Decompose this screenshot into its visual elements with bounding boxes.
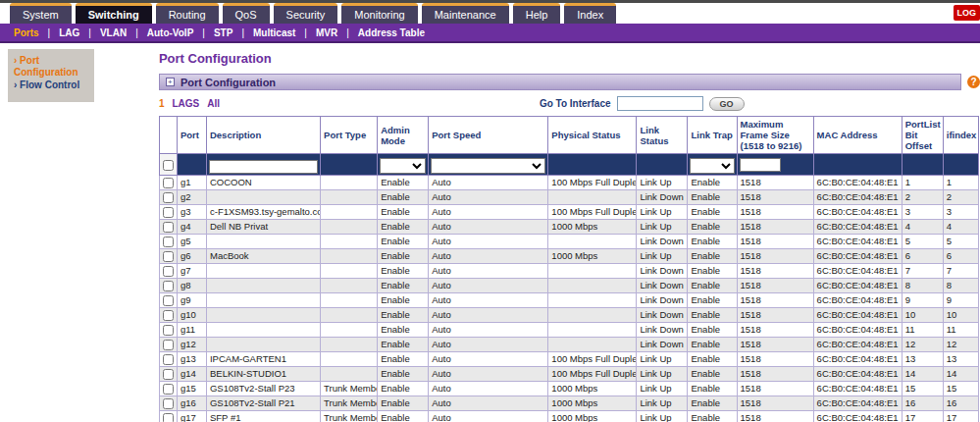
subnav-item-stp[interactable]: STP <box>214 27 232 38</box>
tab-help[interactable]: Help <box>513 3 561 24</box>
row-checkbox[interactable] <box>163 266 174 277</box>
row-checkbox[interactable] <box>163 251 174 262</box>
goto-interface-input[interactable] <box>617 96 703 111</box>
subnav-item-auto-voip[interactable]: Auto-VoIP <box>147 27 194 38</box>
cell-max-frame: 1518 <box>737 337 813 351</box>
subnav-item-vlan[interactable]: VLAN <box>100 27 127 38</box>
cell-port-speed: Auto <box>429 292 548 307</box>
row-checkbox[interactable] <box>163 413 174 422</box>
cell-ifindex: 8 <box>943 278 978 292</box>
sidebar-item-flow-control[interactable]: Flow Control <box>14 79 90 91</box>
cell-description: SFP #1 <box>206 410 320 422</box>
cell-admin-mode: Enable <box>378 351 429 366</box>
cell-port-type <box>321 307 378 322</box>
cell-port-speed: Auto <box>429 337 548 351</box>
cell-description: BELKIN-STUDIO1 <box>206 366 320 381</box>
sidebar-item-port-configuration[interactable]: Port Configuration <box>14 55 90 79</box>
cell-port-type <box>321 189 378 204</box>
subnav-item-ports[interactable]: Ports <box>14 27 39 38</box>
cell-portlist-bit: 16 <box>902 396 943 410</box>
cell-port-type <box>321 278 378 292</box>
cell-port-type <box>321 263 378 278</box>
row-checkbox[interactable] <box>163 310 174 321</box>
cell-max-frame: 1518 <box>737 307 813 322</box>
cell-ifindex: 6 <box>943 248 978 263</box>
cell-port-speed: Auto <box>429 278 548 292</box>
tab-maintenance[interactable]: Maintenance <box>422 3 509 24</box>
row-checkbox[interactable] <box>163 192 174 203</box>
tab-security[interactable]: Security <box>274 3 338 24</box>
cell-mac: 6C:B0:CE:04:48:E1 <box>813 396 902 410</box>
row-checkbox[interactable] <box>163 207 174 218</box>
cell-ifindex: 16 <box>943 396 978 410</box>
cell-port-speed: Auto <box>429 396 548 410</box>
port-speed-select[interactable] <box>431 158 545 174</box>
row-checkbox[interactable] <box>163 295 174 306</box>
row-checkbox[interactable] <box>163 325 174 336</box>
filter-cell-link-status <box>637 154 688 176</box>
cell-portlist-bit: 17 <box>902 410 943 422</box>
row-checkbox[interactable] <box>163 384 174 395</box>
subnav-item-lag[interactable]: LAG <box>59 27 79 38</box>
subnav-item-address-table[interactable]: Address Table <box>358 27 425 38</box>
row-checkbox[interactable] <box>163 354 174 365</box>
row-select-cell <box>159 351 177 366</box>
cell-port: g2 <box>177 189 206 204</box>
cell-port-speed: Auto <box>429 307 548 322</box>
select-all-checkbox[interactable] <box>163 160 174 171</box>
tab-system[interactable]: System <box>10 3 72 24</box>
port-table: PortDescriptionPort TypeAdmin ModePort S… <box>159 116 979 422</box>
tab-switching[interactable]: Switching <box>76 3 152 24</box>
link-trap-select[interactable] <box>690 158 734 174</box>
help-icon[interactable]: ? <box>967 76 980 88</box>
cell-port-type <box>321 366 378 381</box>
row-select-cell <box>159 307 177 322</box>
row-checkbox[interactable] <box>163 281 174 291</box>
tab-index[interactable]: Index <box>564 3 616 24</box>
cell-max-frame: 1518 <box>737 322 813 337</box>
cell-physical-status: 1000 Mbps <box>548 381 637 396</box>
subnav-separator: | <box>346 27 349 38</box>
cell-port: g10 <box>177 307 206 322</box>
all-link[interactable]: All <box>207 98 220 109</box>
row-checkbox[interactable] <box>163 178 174 188</box>
cell-physical-status: 1000 Mbps <box>548 248 637 263</box>
cell-admin-mode: Enable <box>378 234 429 248</box>
sidebar: Port ConfigurationFlow Control <box>8 49 94 102</box>
cell-description <box>206 307 320 322</box>
cell-description: COCOON <box>206 176 320 190</box>
go-button[interactable]: GO <box>709 97 745 111</box>
row-select-cell <box>159 263 177 278</box>
cell-port-speed: Auto <box>429 366 548 381</box>
max-frame-input[interactable] <box>740 158 781 172</box>
tab-routing[interactable]: Routing <box>156 3 219 24</box>
cell-mac: 6C:B0:CE:04:48:E1 <box>813 366 902 381</box>
description-filter-input[interactable] <box>209 160 318 174</box>
subnav-item-mvr[interactable]: MVR <box>316 27 337 38</box>
row-checkbox[interactable] <box>163 369 174 380</box>
row-checkbox[interactable] <box>163 340 174 350</box>
cell-port: g11 <box>177 322 206 337</box>
cell-ifindex: 4 <box>943 219 978 234</box>
filter-cell-physical-status <box>548 154 637 176</box>
row-select-cell <box>159 189 177 204</box>
cell-portlist-bit: 12 <box>902 337 943 351</box>
cell-mac: 6C:B0:CE:04:48:E1 <box>813 248 902 263</box>
cell-link-trap: Enable <box>688 410 737 422</box>
subnav-item-multicast[interactable]: Multicast <box>253 27 295 38</box>
cell-mac: 6C:B0:CE:04:48:E1 <box>813 381 902 396</box>
main-panel: Port Configuration + Port Configuration … <box>159 43 980 422</box>
cell-ifindex: 3 <box>943 204 978 219</box>
section-collapse-icon[interactable]: + <box>166 78 175 86</box>
lags-link[interactable]: LAGS <box>172 98 199 109</box>
row-checkbox[interactable] <box>163 222 174 233</box>
tab-monitoring[interactable]: Monitoring <box>341 3 417 24</box>
cell-link-trap: Enable <box>688 219 737 234</box>
admin-mode-select[interactable] <box>380 158 426 174</box>
row-checkbox[interactable] <box>163 237 174 247</box>
cell-port-speed: Auto <box>429 351 548 366</box>
cell-physical-status <box>548 189 637 204</box>
logout-button[interactable]: LOG <box>954 5 980 21</box>
row-checkbox[interactable] <box>163 398 174 409</box>
tab-qos[interactable]: QoS <box>223 3 270 24</box>
